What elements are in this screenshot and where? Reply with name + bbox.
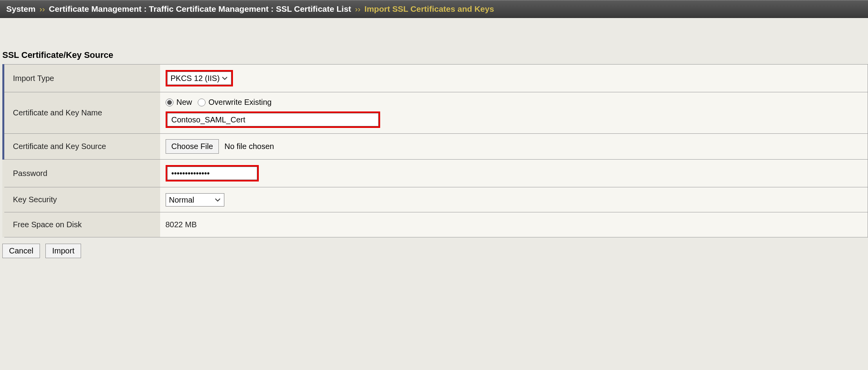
highlight-cert-name xyxy=(166,111,380,128)
row-import-type: Import Type PKCS 12 (IIS) xyxy=(4,65,868,92)
row-free-space: Free Space on Disk 8022 MB xyxy=(4,212,868,237)
breadcrumb-separator: ›› xyxy=(40,4,45,14)
choose-file-button[interactable]: Choose File xyxy=(166,139,219,154)
import-type-select[interactable]: PKCS 12 (IIS) xyxy=(167,72,231,85)
footer-buttons: Cancel Import xyxy=(0,237,868,264)
breadcrumb-root[interactable]: System xyxy=(6,4,36,14)
label-cert-key-source: Certificate and Key Source xyxy=(4,134,160,160)
breadcrumb-path[interactable]: Certificate Management : Traffic Certifi… xyxy=(49,4,351,14)
label-free-space: Free Space on Disk xyxy=(4,212,160,237)
cancel-button[interactable]: Cancel xyxy=(2,244,40,258)
label-import-type: Import Type xyxy=(4,65,160,92)
breadcrumb: System ›› Certificate Management : Traff… xyxy=(0,0,868,18)
file-chosen-status: No file chosen xyxy=(224,142,274,151)
free-space-value: 8022 MB xyxy=(166,220,197,229)
highlight-import-type: PKCS 12 (IIS) xyxy=(166,70,233,86)
breadcrumb-separator: ›› xyxy=(355,4,361,14)
row-cert-key-name: Certificate and Key Name New Overwrite E… xyxy=(4,92,868,134)
form-table: Import Type PKCS 12 (IIS) Certificate an… xyxy=(2,64,868,237)
import-button[interactable]: Import xyxy=(45,244,81,258)
row-password: Password xyxy=(4,160,868,187)
label-password: Password xyxy=(4,160,160,187)
password-input[interactable] xyxy=(167,167,257,180)
label-key-security: Key Security xyxy=(4,187,160,212)
radio-new[interactable] xyxy=(166,99,173,106)
radio-new-label: New xyxy=(177,98,192,107)
radio-overwrite-label: Overwrite Existing xyxy=(209,98,272,107)
label-cert-key-name: Certificate and Key Name xyxy=(4,92,160,134)
breadcrumb-current: Import SSL Certificates and Keys xyxy=(365,4,494,14)
row-key-security: Key Security Normal xyxy=(4,187,868,212)
cert-name-mode-radios: New Overwrite Existing xyxy=(166,98,863,107)
radio-overwrite[interactable] xyxy=(198,99,206,106)
highlight-password xyxy=(166,165,259,181)
section-title: SSL Certificate/Key Source xyxy=(0,18,868,64)
row-cert-key-source: Certificate and Key Source Choose File N… xyxy=(4,134,868,160)
cert-key-name-input[interactable] xyxy=(167,113,379,126)
key-security-select[interactable]: Normal xyxy=(166,193,224,207)
